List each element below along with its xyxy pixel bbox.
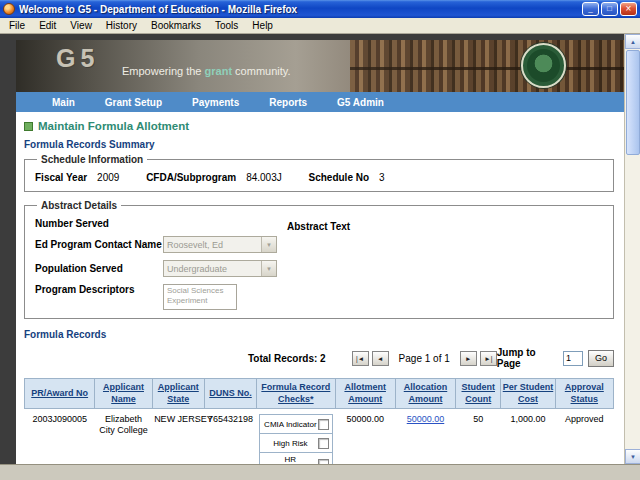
jump-to-page-label: Jump to Page [497,347,558,369]
col-header-applicant-state[interactable]: Applicant State [152,379,204,409]
last-page-button[interactable]: ►| [480,351,497,366]
abstract-legend: Abstract Details [37,200,121,211]
col-header-student-count[interactable]: Student Count [456,379,501,409]
col-header-allocation-amount[interactable]: Allocation Amount [395,379,455,409]
g5-logo: G5 [56,44,99,73]
nav-main[interactable]: Main [52,97,75,108]
cell-per-student-cost: 1,000.00 [501,409,555,464]
menu-history[interactable]: History [99,20,144,31]
menu-view[interactable]: View [63,20,99,31]
hr-certification-checkbox[interactable] [318,459,329,464]
cell-pr-award-no: 2003J090005 [25,409,95,464]
cmia-indicator-row: CMIA Indicator [259,414,333,434]
menu-edit[interactable]: Edit [32,20,63,31]
schedule-information-fieldset: Schedule Information Fiscal Year2009 CFD… [24,154,614,192]
g5-page: G5 Empowering the grant community. Main … [16,40,624,464]
pager-controls: |◄ ◄ Page 1 of 1 ► ►| [352,351,497,366]
col-header-allotment-amount[interactable]: Allotment Amount [335,379,395,409]
allocation-amount-link[interactable]: 50000.00 [407,414,445,424]
tagline-pre: Empowering the [122,65,205,77]
formula-records-table: PR/Award No Applicant Name Applicant Sta… [24,378,614,464]
menu-tools[interactable]: Tools [208,20,245,31]
nav-reports[interactable]: Reports [269,97,307,108]
scrollbar-thumb[interactable] [626,50,640,155]
cmia-indicator-label: CMIA Indicator [263,420,318,429]
number-served-label: Number Served [35,218,163,229]
previous-page-button[interactable]: ◄ [372,351,389,366]
col-header-pr-award-no[interactable]: PR/Award No [25,379,95,409]
table-row: 2003J090005 Elizabeth City College NEW J… [25,409,614,464]
menu-bookmarks[interactable]: Bookmarks [144,20,208,31]
firefox-icon [3,3,15,15]
dropdown-arrow-icon: ▼ [261,237,276,252]
cell-allotment-amount: 50000.00 [335,409,395,464]
schedule-fields: Fiscal Year2009 CFDA/Subprogram84.003J S… [35,172,603,183]
high-risk-row: High Risk [259,433,333,453]
col-header-formula-record-checks[interactable]: Formula Record Checks* [257,379,335,409]
menu-file[interactable]: File [2,20,32,31]
page-title: Maintain Formula Allotment [38,120,189,132]
nav-payments[interactable]: Payments [192,97,239,108]
population-served-select[interactable]: Undergraduate ▼ [163,260,277,277]
section-title: Formula Records Summary [24,139,614,150]
menu-help[interactable]: Help [245,20,280,31]
next-page-button[interactable]: ► [460,351,477,366]
population-select-value: Undergraduate [164,264,261,274]
banner-tagline: Empowering the grant community. [122,65,291,77]
bullet-icon [24,122,33,131]
fiscal-year-value: 2009 [97,172,119,183]
window-title: Welcome to G5 - Department of Education … [19,4,578,15]
banner: G5 Empowering the grant community. [16,40,624,92]
col-header-applicant-name[interactable]: Applicant Name [95,379,152,409]
nav-grant-setup[interactable]: Grant Setup [105,97,162,108]
cell-applicant-name: Elizabeth City College [95,409,152,464]
cfda-subprogram-label: CFDA/Subprogram [146,172,236,183]
status-bar [0,464,640,480]
page-title-row: Maintain Formula Allotment [24,120,614,132]
program-descriptors-label: Program Descriptors [35,284,163,295]
hr-certification-label: HR Certification [263,455,318,464]
scroll-up-button[interactable]: ▲ [625,34,640,49]
program-descriptors-textarea[interactable]: Social Sciences Experiment [163,284,237,310]
table-header-row: PR/Award No Applicant Name Applicant Sta… [25,379,614,409]
col-header-duns-no[interactable]: DUNS No. [204,379,256,409]
main-nav: Main Grant Setup Payments Reports G5 Adm… [16,92,624,112]
cmia-indicator-checkbox[interactable] [318,419,329,430]
minimize-button[interactable]: _ [582,2,599,16]
tagline-post: community. [232,65,290,77]
schedule-legend: Schedule Information [37,154,147,165]
contact-row: Ed Program Contact Name Roosevelt, Ed ▼ [35,236,603,253]
browser-window: Welcome to G5 - Department of Education … [0,0,640,480]
nav-g5-admin[interactable]: G5 Admin [337,97,384,108]
vertical-scrollbar[interactable]: ▲ ▼ [624,34,640,464]
close-button[interactable]: × [620,2,637,16]
high-risk-checkbox[interactable] [318,438,329,449]
tagline-grant: grant [205,65,233,77]
cell-duns-no: 765432198 [204,409,256,464]
jump-to-page-input[interactable] [563,351,583,366]
scroll-down-button[interactable]: ▼ [625,449,640,464]
cell-approval-status: Approved [555,409,613,464]
page-background: G5 Empowering the grant community. Main … [0,34,624,464]
ed-program-contact-select[interactable]: Roosevelt, Ed ▼ [163,236,277,253]
schedule-no-value: 3 [379,172,385,183]
abstract-text-label: Abstract Text [287,221,350,232]
title-bar[interactable]: Welcome to G5 - Department of Education … [0,0,640,18]
fiscal-year-label: Fiscal Year [35,172,87,183]
cell-allocation-amount: 50000.00 [395,409,455,464]
go-button[interactable]: Go [588,350,614,367]
maximize-button[interactable]: □ [601,2,618,16]
pagination-row: Total Records: 2 |◄ ◄ Page 1 of 1 ► ►| J… [24,347,614,369]
population-served-label: Population Served [35,263,163,274]
col-header-approval-status[interactable]: Approval Status [555,379,613,409]
dropdown-arrow-icon: ▼ [261,261,276,276]
contact-select-value: Roosevelt, Ed [164,240,261,250]
abstract-details-fieldset: Abstract Details Abstract Text Number Se… [24,200,614,319]
page-content: Maintain Formula Allotment Formula Recor… [16,112,624,464]
col-header-per-student-cost[interactable]: Per Student Cost [501,379,555,409]
population-row: Population Served Undergraduate ▼ [35,260,603,277]
menu-bar: File Edit View History Bookmarks Tools H… [0,18,640,34]
ed-program-contact-label: Ed Program Contact Name [35,239,163,250]
formula-records-title: Formula Records [24,329,614,340]
first-page-button[interactable]: |◄ [352,351,369,366]
